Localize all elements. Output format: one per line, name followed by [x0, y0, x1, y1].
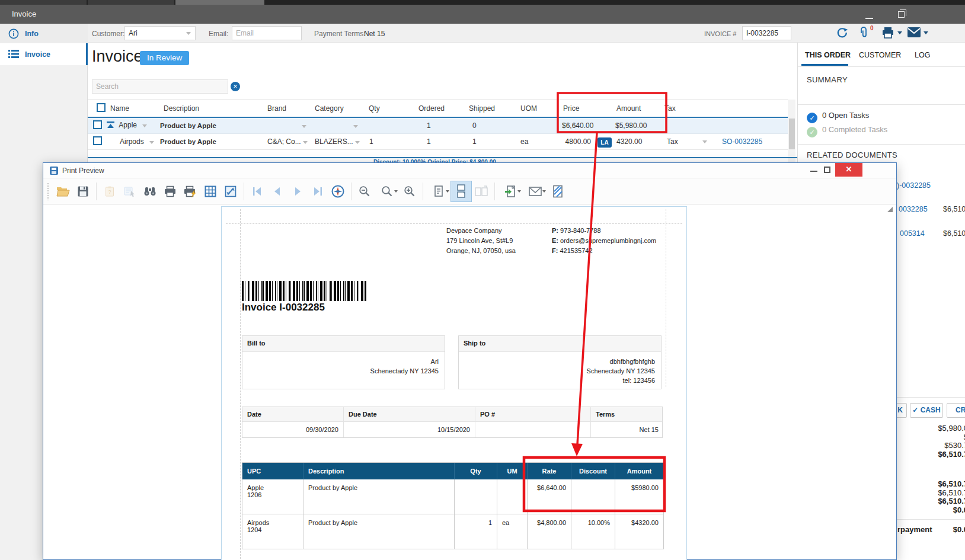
col-brand[interactable]: Brand [264, 104, 311, 113]
related-doc-link[interactable]: 005314 [900, 229, 925, 238]
open-tasks-row[interactable]: ✓0 Open Tasks [807, 111, 869, 123]
save-icon[interactable] [73, 181, 93, 201]
search-clear-icon[interactable]: ✕ [231, 82, 240, 91]
item-brand[interactable]: C&A; Co... [267, 137, 301, 146]
open-document-icon[interactable] [53, 181, 73, 201]
preview-maximize-icon[interactable] [824, 167, 830, 173]
item-tax[interactable]: Tax [667, 137, 678, 146]
cash-payment-button[interactable]: ✓ CASH [910, 403, 943, 418]
watermark-icon[interactable] [548, 181, 568, 201]
page-setup-icon[interactable] [200, 181, 221, 201]
last-page-icon[interactable] [308, 181, 328, 201]
chevron-down-icon[interactable] [142, 124, 147, 127]
dropdown-caret[interactable] [446, 190, 449, 193]
related-doc-link[interactable]: 0032285 [899, 205, 928, 213]
collapse-flag-icon[interactable] [107, 122, 116, 130]
search-input[interactable] [92, 79, 228, 94]
page-layout-icon[interactable] [426, 181, 451, 201]
print-preview-titlebar[interactable]: Print Preview ✕ [43, 163, 896, 178]
facing-pages-icon[interactable] [471, 181, 491, 201]
quick-print-icon[interactable] [180, 181, 200, 201]
col-amount[interactable]: Amount [611, 104, 661, 113]
sidebar-item-info[interactable]: Info [0, 24, 88, 43]
chevron-down-icon[interactable] [303, 141, 308, 144]
col-shipped[interactable]: Shipped [465, 104, 516, 113]
completed-tasks-row[interactable]: ✓0 Completed Tasks [807, 125, 887, 137]
row-checkbox[interactable] [93, 120, 102, 129]
email-field[interactable] [232, 26, 302, 40]
chevron-down-icon[interactable] [353, 125, 358, 128]
col-tax[interactable]: Tax [661, 104, 714, 113]
invoice-number-field[interactable] [742, 26, 791, 40]
row-checkbox[interactable] [93, 136, 102, 145]
scrollbar-thumb[interactable] [789, 119, 795, 149]
preview-close-button[interactable]: ✕ [835, 163, 862, 177]
col-ordered[interactable]: Ordered [415, 104, 465, 113]
chevron-down-icon[interactable] [302, 125, 306, 128]
col-price[interactable]: Price [557, 104, 611, 113]
send-email-icon[interactable] [523, 181, 548, 201]
col-qty[interactable]: Qty [363, 104, 415, 113]
chevron-down-icon[interactable] [355, 141, 360, 144]
status-badge: In Review [140, 51, 189, 65]
print-dropdown-caret[interactable] [897, 31, 902, 34]
app-title: Invoice [12, 9, 36, 18]
col-uom[interactable]: UOM [516, 104, 557, 113]
mail-icon[interactable] [907, 27, 921, 38]
item-category[interactable]: BLAZERS... [315, 137, 353, 146]
item-price[interactable]: $6,640.00 [557, 121, 611, 130]
zoom-in-icon[interactable] [400, 181, 420, 201]
zoom-out-icon[interactable] [354, 181, 375, 201]
mail-dropdown-caret[interactable] [924, 31, 928, 34]
continuous-view-icon[interactable] [451, 181, 471, 201]
table-row[interactable]: Apple Product by Apple 1 0 $6,640.00 $5,… [88, 118, 795, 134]
customize-icon[interactable] [120, 181, 140, 201]
table-row[interactable]: Airpods Product by Apple C&A; Co... BLAZ… [88, 134, 795, 150]
previous-page-icon[interactable] [267, 181, 287, 201]
tab-log[interactable]: LOG [915, 51, 930, 59]
dropdown-caret[interactable] [394, 190, 398, 193]
ship-to-title: Ship to [459, 336, 661, 352]
scale-icon[interactable] [221, 181, 241, 201]
attachment-icon[interactable] [857, 26, 870, 39]
hand-tool-compass-icon[interactable] [328, 181, 348, 201]
col-description[interactable]: Description [160, 104, 264, 113]
chevron-down-icon[interactable] [149, 141, 154, 144]
print-document-icon[interactable] [160, 181, 180, 201]
find-icon[interactable] [140, 181, 160, 201]
restore-icon[interactable] [898, 11, 905, 18]
related-doc-link[interactable]: )-0032285 [897, 181, 931, 190]
refresh-icon[interactable] [836, 26, 849, 39]
scroll-corner-grip[interactable] [887, 207, 893, 212]
zoom-level-icon[interactable] [375, 181, 400, 201]
customer-select[interactable]: Ari [124, 26, 196, 40]
next-page-icon[interactable] [287, 181, 308, 201]
col-name[interactable]: Name [107, 104, 160, 113]
item-ordered: 1 [415, 121, 465, 130]
credit-payment-button[interactable]: CRD [947, 403, 965, 418]
col-category[interactable]: Category [311, 104, 363, 113]
print-icon[interactable] [881, 26, 895, 39]
sales-order-link[interactable]: SO-0032285 [714, 137, 787, 146]
item-qty[interactable]: 1 [363, 137, 415, 146]
tab-segment[interactable] [0, 0, 87, 5]
sidebar-item-invoice[interactable]: Invoice [0, 43, 88, 65]
tab-segment[interactable] [88, 0, 174, 5]
minimize-icon[interactable] [865, 18, 873, 19]
toolbar-grip[interactable] [47, 183, 49, 200]
parameters-icon[interactable]: ? [100, 181, 120, 201]
tab-this-order[interactable]: THIS ORDER [805, 51, 851, 59]
dropdown-caret[interactable] [517, 190, 521, 193]
meta-po-label: PO # [475, 407, 591, 421]
preview-minimize-icon[interactable] [810, 171, 817, 172]
tab-customer[interactable]: CUSTOMER [859, 51, 901, 59]
item-upc: Airpods [247, 519, 269, 526]
item-amount[interactable]: $5,980.00 [611, 121, 661, 130]
dropdown-caret[interactable] [542, 190, 546, 193]
chevron-down-icon[interactable] [702, 140, 707, 143]
select-all-checkbox[interactable] [97, 103, 106, 112]
tab-segment-active[interactable] [175, 0, 264, 5]
item-amount[interactable]: 4320.00 [611, 137, 661, 146]
export-document-icon[interactable] [498, 181, 523, 201]
first-page-icon[interactable] [247, 181, 267, 201]
